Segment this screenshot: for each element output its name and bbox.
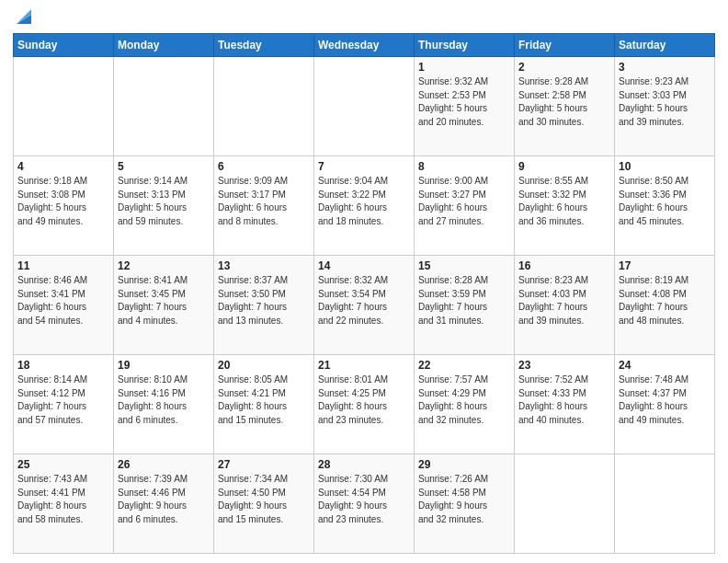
calendar-cell: 20Sunrise: 8:05 AMSunset: 4:21 PMDayligh… — [214, 355, 314, 454]
day-detail: Sunrise: 7:57 AMSunset: 4:29 PMDaylight:… — [418, 373, 510, 427]
day-number: 3 — [619, 61, 711, 74]
day-number: 26 — [118, 458, 210, 471]
calendar-cell: 26Sunrise: 7:39 AMSunset: 4:46 PMDayligh… — [114, 454, 214, 554]
day-of-week-header: Thursday — [415, 34, 515, 57]
calendar-table: SundayMondayTuesdayWednesdayThursdayFrid… — [13, 33, 715, 554]
calendar-cell: 7Sunrise: 9:04 AMSunset: 3:22 PMDaylight… — [314, 156, 415, 256]
day-detail: Sunrise: 8:50 AMSunset: 3:36 PMDaylight:… — [619, 175, 711, 228]
day-detail: Sunrise: 8:01 AMSunset: 4:25 PMDaylight:… — [318, 373, 410, 427]
logo — [13, 13, 33, 26]
day-detail: Sunrise: 8:46 AMSunset: 3:41 PMDaylight:… — [17, 274, 109, 327]
day-number: 24 — [619, 359, 711, 372]
day-detail: Sunrise: 9:23 AMSunset: 3:03 PMDaylight:… — [619, 75, 711, 129]
day-detail: Sunrise: 9:09 AMSunset: 3:17 PMDaylight:… — [218, 175, 310, 228]
day-detail: Sunrise: 7:34 AMSunset: 4:50 PMDaylight:… — [218, 473, 310, 526]
calendar-header: SundayMondayTuesdayWednesdayThursdayFrid… — [14, 34, 715, 57]
day-detail: Sunrise: 8:28 AMSunset: 3:59 PMDaylight:… — [418, 274, 510, 327]
day-number: 11 — [17, 259, 109, 272]
day-detail: Sunrise: 9:32 AMSunset: 2:53 PMDaylight:… — [418, 75, 510, 129]
day-detail: Sunrise: 8:10 AMSunset: 4:16 PMDaylight:… — [118, 373, 210, 427]
day-number: 15 — [418, 259, 510, 272]
day-detail: Sunrise: 7:30 AMSunset: 4:54 PMDaylight:… — [318, 473, 410, 526]
calendar-week-row: 1Sunrise: 9:32 AMSunset: 2:53 PMDaylight… — [14, 57, 715, 156]
calendar-week-row: 4Sunrise: 9:18 AMSunset: 3:08 PMDaylight… — [14, 156, 715, 256]
day-number: 17 — [619, 259, 711, 272]
logo-icon — [15, 7, 33, 26]
day-number: 4 — [17, 160, 109, 173]
day-detail: Sunrise: 8:05 AMSunset: 4:21 PMDaylight:… — [218, 373, 310, 427]
calendar-cell — [314, 57, 415, 156]
calendar-cell — [615, 454, 715, 554]
day-number: 16 — [518, 259, 610, 272]
day-number: 5 — [118, 160, 210, 173]
day-of-week-header: Saturday — [615, 34, 715, 57]
day-detail: Sunrise: 9:28 AMSunset: 2:58 PMDaylight:… — [518, 75, 610, 129]
day-detail: Sunrise: 8:37 AMSunset: 3:50 PMDaylight:… — [218, 274, 310, 327]
day-number: 22 — [418, 359, 510, 372]
day-number: 29 — [418, 458, 510, 471]
day-number: 8 — [418, 160, 510, 173]
calendar-cell: 5Sunrise: 9:14 AMSunset: 3:13 PMDaylight… — [114, 156, 214, 256]
day-number: 14 — [318, 259, 410, 272]
calendar-cell: 15Sunrise: 8:28 AMSunset: 3:59 PMDayligh… — [415, 256, 515, 355]
calendar-cell: 11Sunrise: 8:46 AMSunset: 3:41 PMDayligh… — [14, 256, 114, 355]
day-detail: Sunrise: 7:43 AMSunset: 4:41 PMDaylight:… — [17, 473, 109, 526]
calendar-cell: 24Sunrise: 7:48 AMSunset: 4:37 PMDayligh… — [615, 355, 715, 454]
day-detail: Sunrise: 7:48 AMSunset: 4:37 PMDaylight:… — [619, 373, 711, 427]
day-of-week-header: Wednesday — [314, 34, 415, 57]
calendar-cell: 27Sunrise: 7:34 AMSunset: 4:50 PMDayligh… — [214, 454, 314, 554]
calendar-cell — [214, 57, 314, 156]
day-number: 23 — [518, 359, 610, 372]
day-number: 6 — [218, 160, 310, 173]
day-of-week-header: Friday — [515, 34, 615, 57]
day-of-week-header: Sunday — [14, 34, 114, 57]
day-number: 12 — [118, 259, 210, 272]
day-detail: Sunrise: 9:04 AMSunset: 3:22 PMDaylight:… — [318, 175, 410, 228]
day-number: 28 — [318, 458, 410, 471]
day-detail: Sunrise: 9:00 AMSunset: 3:27 PMDaylight:… — [418, 175, 510, 228]
day-detail: Sunrise: 8:23 AMSunset: 4:03 PMDaylight:… — [518, 274, 610, 327]
calendar-cell: 28Sunrise: 7:30 AMSunset: 4:54 PMDayligh… — [314, 454, 415, 554]
calendar-cell: 19Sunrise: 8:10 AMSunset: 4:16 PMDayligh… — [114, 355, 214, 454]
calendar-cell: 18Sunrise: 8:14 AMSunset: 4:12 PMDayligh… — [14, 355, 114, 454]
calendar-cell: 2Sunrise: 9:28 AMSunset: 2:58 PMDaylight… — [515, 57, 615, 156]
calendar-cell: 12Sunrise: 8:41 AMSunset: 3:45 PMDayligh… — [114, 256, 214, 355]
day-number: 9 — [518, 160, 610, 173]
day-detail: Sunrise: 7:52 AMSunset: 4:33 PMDaylight:… — [518, 373, 610, 427]
day-detail: Sunrise: 9:14 AMSunset: 3:13 PMDaylight:… — [118, 175, 210, 228]
day-number: 21 — [318, 359, 410, 372]
day-detail: Sunrise: 8:55 AMSunset: 3:32 PMDaylight:… — [518, 175, 610, 228]
day-detail: Sunrise: 9:18 AMSunset: 3:08 PMDaylight:… — [17, 175, 109, 228]
header — [13, 9, 715, 26]
calendar-cell: 29Sunrise: 7:26 AMSunset: 4:58 PMDayligh… — [415, 454, 515, 554]
day-detail: Sunrise: 8:19 AMSunset: 4:08 PMDaylight:… — [619, 274, 711, 327]
calendar-cell — [515, 454, 615, 554]
calendar-cell — [114, 57, 214, 156]
calendar-cell: 23Sunrise: 7:52 AMSunset: 4:33 PMDayligh… — [515, 355, 615, 454]
day-detail: Sunrise: 7:26 AMSunset: 4:58 PMDaylight:… — [418, 473, 510, 526]
day-number: 20 — [218, 359, 310, 372]
day-number: 18 — [17, 359, 109, 372]
day-number: 10 — [619, 160, 711, 173]
day-detail: Sunrise: 8:32 AMSunset: 3:54 PMDaylight:… — [318, 274, 410, 327]
day-detail: Sunrise: 7:39 AMSunset: 4:46 PMDaylight:… — [118, 473, 210, 526]
calendar-cell: 9Sunrise: 8:55 AMSunset: 3:32 PMDaylight… — [515, 156, 615, 256]
calendar-week-row: 18Sunrise: 8:14 AMSunset: 4:12 PMDayligh… — [14, 355, 715, 454]
day-number: 2 — [518, 61, 610, 74]
calendar-cell: 14Sunrise: 8:32 AMSunset: 3:54 PMDayligh… — [314, 256, 415, 355]
calendar-cell: 8Sunrise: 9:00 AMSunset: 3:27 PMDaylight… — [415, 156, 515, 256]
calendar-cell: 21Sunrise: 8:01 AMSunset: 4:25 PMDayligh… — [314, 355, 415, 454]
calendar-cell: 13Sunrise: 8:37 AMSunset: 3:50 PMDayligh… — [214, 256, 314, 355]
day-number: 25 — [17, 458, 109, 471]
calendar-week-row: 25Sunrise: 7:43 AMSunset: 4:41 PMDayligh… — [14, 454, 715, 554]
calendar-cell: 3Sunrise: 9:23 AMSunset: 3:03 PMDaylight… — [615, 57, 715, 156]
calendar-body: 1Sunrise: 9:32 AMSunset: 2:53 PMDaylight… — [14, 57, 715, 554]
day-number: 1 — [418, 61, 510, 74]
calendar-cell — [14, 57, 114, 156]
calendar-cell: 4Sunrise: 9:18 AMSunset: 3:08 PMDaylight… — [14, 156, 114, 256]
day-of-week-header: Monday — [114, 34, 214, 57]
calendar-cell: 1Sunrise: 9:32 AMSunset: 2:53 PMDaylight… — [415, 57, 515, 156]
day-header-row: SundayMondayTuesdayWednesdayThursdayFrid… — [14, 34, 715, 57]
calendar-cell: 22Sunrise: 7:57 AMSunset: 4:29 PMDayligh… — [415, 355, 515, 454]
calendar-cell: 17Sunrise: 8:19 AMSunset: 4:08 PMDayligh… — [615, 256, 715, 355]
